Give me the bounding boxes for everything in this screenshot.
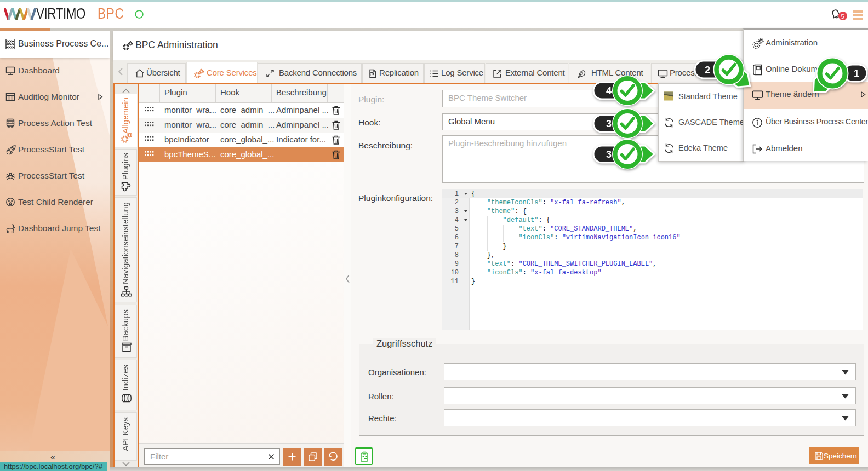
svg-text:4: 4 — [606, 85, 612, 96]
svg-text:2: 2 — [705, 65, 710, 76]
svg-text:1: 1 — [854, 68, 859, 79]
svg-text:3: 3 — [606, 149, 612, 160]
svg-text:3: 3 — [606, 118, 612, 129]
